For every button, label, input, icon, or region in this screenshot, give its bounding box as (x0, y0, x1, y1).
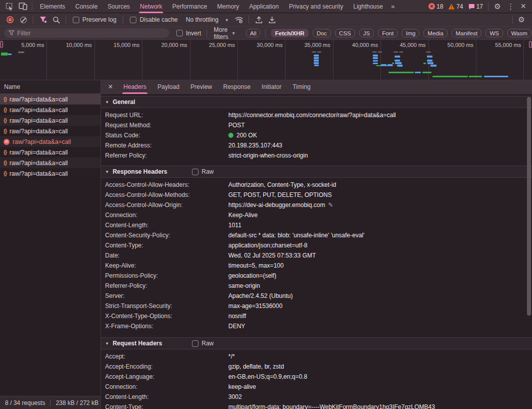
request-row[interactable]: {} raw/?api=data&a=call (0, 158, 101, 168)
network-settings-gear-icon[interactable]: ⚙ (515, 15, 528, 24)
detail-scrollbar-thumb[interactable] (527, 97, 531, 316)
transferred-size: 238 kB / 272 kB (56, 399, 99, 406)
response-headers-section-header[interactable]: ▼ Response Headers Raw (101, 166, 532, 178)
header-row: Strict-Transport-Security: max-age=31536… (101, 301, 532, 311)
settings-gear-icon[interactable]: ⚙ (491, 2, 504, 11)
tab-performance[interactable]: Performance (167, 0, 212, 13)
filter-chip-font[interactable]: Font (378, 29, 398, 37)
request-row-error[interactable]: × raw/?api=data&a=call (0, 136, 101, 147)
checkbox-box[interactable] (130, 17, 136, 23)
filter-chip-doc[interactable]: Doc (313, 29, 331, 37)
filter-chip-all[interactable]: All (246, 29, 261, 37)
response-raw-checkbox[interactable]: Raw (192, 168, 214, 175)
checkbox-box[interactable] (73, 17, 79, 23)
import-har-icon[interactable] (253, 14, 265, 25)
filter-chip-css[interactable]: CSS (335, 29, 355, 37)
issues-count-badge[interactable]: 17 (468, 3, 483, 10)
request-row[interactable]: {} raw/?api=data&a=call (0, 94, 101, 105)
filter-input[interactable] (4, 28, 169, 38)
request-row[interactable]: {} raw/?api=data&a=call (0, 168, 101, 179)
name-column-header[interactable]: Name (0, 80, 101, 94)
waterfall-bar (8, 54, 12, 55)
overview-right-grip[interactable] (529, 41, 532, 48)
collapse-triangle-icon[interactable]: ▼ (105, 341, 109, 346)
json-request-icon: {} (4, 107, 7, 113)
disable-cache-checkbox[interactable]: Disable cache (127, 16, 180, 23)
header-row: Content-Type: multipart/form-data; bound… (101, 402, 532, 409)
waterfall-bar (317, 52, 321, 53)
general-section-header[interactable]: ▼ General (101, 96, 532, 108)
tab-timing[interactable]: Timing (287, 80, 316, 94)
requests-count: 8 / 34 requests (5, 399, 45, 406)
close-detail-icon[interactable]: × (103, 82, 118, 91)
waterfall-bar (430, 65, 437, 67)
waterfall-bar (389, 72, 414, 73)
checkbox-box[interactable] (192, 340, 199, 347)
header-row: Remote Address: 20.198.235.107:443 (101, 140, 532, 150)
overview-left-grip[interactable] (0, 41, 3, 48)
timeline-tick: 45,000 ms (381, 40, 428, 80)
network-overview-timeline[interactable]: 5,000 ms10,000 ms15,000 ms20,000 ms25,00… (0, 40, 532, 80)
more-filters-button[interactable]: More filters ▾ (210, 26, 239, 40)
request-headers-section-header[interactable]: ▼ Request Headers Raw (101, 337, 532, 349)
clear-network-log-icon[interactable] (17, 14, 29, 25)
filter-chip-fetch-xhr[interactable]: Fetch/XHR (271, 29, 308, 37)
tab-application[interactable]: Application (244, 0, 284, 13)
header-row: Access-Control-Allow-Methods: GET, POST,… (101, 190, 532, 200)
invert-checkbox[interactable]: Invert (173, 30, 204, 37)
tab-elements[interactable]: Elements (35, 0, 70, 13)
more-tabs-icon[interactable]: » (388, 3, 398, 10)
funnel-icon (9, 30, 15, 36)
device-toolbar-icon[interactable] (16, 1, 29, 12)
header-row: Date: Wed, 02 Jul 2025 07:53:33 GMT (101, 250, 532, 261)
waterfall-bar (314, 62, 319, 64)
filter-chip-manifest[interactable]: Manifest (452, 29, 481, 37)
filter-chip-img[interactable]: Img (402, 29, 419, 37)
filter-chip-ws[interactable]: WS (486, 29, 503, 37)
filter-chip-media[interactable]: Media (423, 29, 447, 37)
error-count-badge[interactable]: × 18 (428, 3, 443, 10)
tab-initiator[interactable]: Initiator (256, 80, 287, 94)
waterfall-bar (312, 52, 316, 53)
tab-memory[interactable]: Memory (212, 0, 244, 13)
header-row: Content-Length: 3002 (101, 392, 532, 402)
tab-preview[interactable]: Preview (185, 80, 218, 94)
search-icon[interactable] (50, 14, 62, 25)
tab-payload[interactable]: Payload (152, 80, 185, 94)
tab-lighthouse[interactable]: Lighthouse (348, 0, 388, 13)
network-conditions-icon[interactable] (233, 14, 245, 25)
request-row[interactable]: {} raw/?api=data&a=call (0, 126, 101, 136)
export-har-icon[interactable] (266, 14, 278, 25)
request-row[interactable]: {} raw/?api=data&a=call (0, 105, 101, 115)
inspect-icon[interactable] (3, 1, 16, 12)
checkbox-box[interactable] (176, 30, 183, 36)
filter-chip-js[interactable]: JS (359, 29, 374, 37)
tab-response[interactable]: Response (218, 80, 256, 94)
kebab-menu-icon[interactable]: ⋮ (504, 2, 517, 11)
warning-count-badge[interactable]: 74 (448, 3, 463, 10)
tab-console[interactable]: Console (70, 0, 103, 13)
tab-privacy-and-security[interactable]: Privacy and security (284, 0, 348, 13)
tab-network[interactable]: Network (135, 0, 167, 13)
request-row[interactable]: {} raw/?api=data&a=call (0, 147, 101, 158)
chevron-down-icon: ▾ (232, 30, 235, 36)
header-row: Connection: keep-alive (101, 382, 532, 392)
timeline-tick: 5,000 ms (0, 40, 47, 80)
collapse-triangle-icon[interactable]: ▼ (105, 170, 109, 174)
throttling-select[interactable]: No throttling ▾ (182, 16, 232, 23)
request-raw-checkbox[interactable]: Raw (192, 340, 214, 347)
filter-funnel-icon[interactable] (37, 14, 49, 25)
filter-chip-wasm[interactable]: Wasm (507, 29, 531, 37)
close-devtools-icon[interactable]: × (517, 1, 529, 12)
header-row: Accept: */* (101, 351, 532, 362)
tab-sources[interactable]: Sources (103, 0, 135, 13)
record-network-log-icon[interactable] (4, 14, 16, 25)
collapse-triangle-icon[interactable]: ▼ (105, 100, 109, 105)
checkbox-box[interactable] (192, 169, 199, 175)
request-row[interactable]: {} raw/?api=data&a=call (0, 115, 101, 126)
tab-headers[interactable]: Headers (118, 80, 152, 94)
edit-icon[interactable]: ✎ (328, 201, 333, 209)
preserve-log-checkbox[interactable]: Preserve log (70, 16, 119, 23)
json-request-icon: {} (4, 128, 7, 134)
timeline-tick: 35,000 ms (285, 40, 333, 80)
